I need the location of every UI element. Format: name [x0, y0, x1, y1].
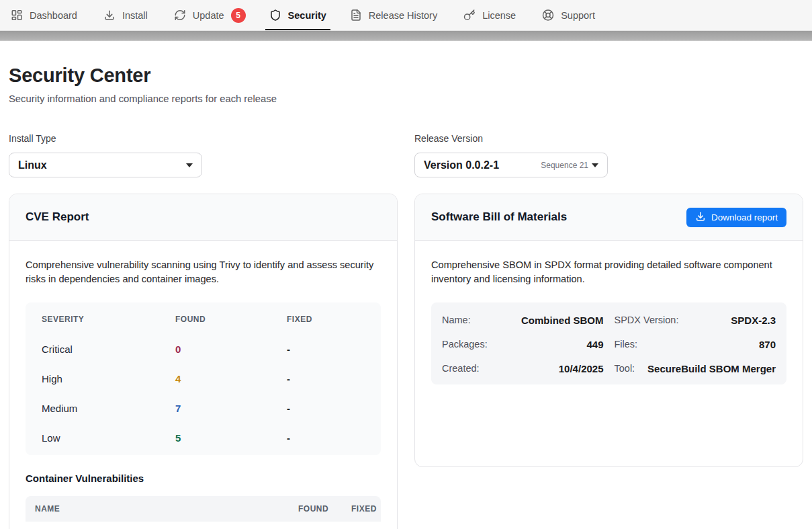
- sbom-field: Created: 10/4/2025: [442, 356, 604, 380]
- update-count-badge: 5: [231, 8, 246, 23]
- controls-row: Install Type Linux Release Version Versi…: [9, 133, 803, 177]
- release-version-select[interactable]: Version 0.0.2-1 Sequence 21: [414, 153, 608, 177]
- col-fixed: FIXED: [351, 504, 381, 514]
- sbom-field-label: SPDX Version:: [615, 315, 679, 325]
- nav-item-security[interactable]: Security: [265, 0, 330, 30]
- severity-cell: Critical: [42, 343, 175, 355]
- sbom-field-value: SecureBuild SBOM Merger: [647, 363, 776, 374]
- layout-dashboard-icon: [11, 8, 23, 22]
- sbom-field-value: 10/4/2025: [559, 363, 604, 374]
- install-type-value: Linux: [18, 159, 47, 171]
- fixed-cell: -: [287, 343, 365, 355]
- cards-grid: CVE Report Comprehensive vulnerability s…: [9, 194, 803, 529]
- severity-cell: High: [42, 373, 175, 384]
- nav-label: Release History: [369, 10, 437, 21]
- download-report-button[interactable]: Download report: [686, 208, 786, 227]
- sbom-field: Files: 870: [615, 332, 776, 356]
- container-vulns-header: NAME FOUND FIXED: [26, 496, 381, 522]
- nav-item-support[interactable]: Support: [535, 0, 602, 30]
- col-found: FOUND: [298, 504, 351, 514]
- sbom-field-label: Name:: [442, 315, 471, 325]
- severity-table-header: SEVERITY FOUND FIXED: [26, 304, 381, 334]
- life-buoy-icon: [542, 8, 554, 22]
- install-type-select[interactable]: Linux: [9, 153, 202, 177]
- fixed-cell: -: [287, 403, 365, 414]
- file-text-icon: [350, 8, 362, 22]
- main-content: Security Center Security information and…: [0, 65, 812, 529]
- page-title: Security Center: [9, 65, 803, 87]
- table-row: Low 5 -: [26, 423, 381, 452]
- nav-label: Support: [561, 10, 595, 21]
- cve-card-title: CVE Report: [26, 210, 89, 224]
- container-vulns-table: NAME FOUND FIXED: [26, 496, 381, 522]
- key-icon: [463, 8, 476, 22]
- cve-report-card: CVE Report Comprehensive vulnerability s…: [9, 194, 398, 529]
- sbom-field-value: 449: [586, 339, 603, 350]
- sbom-info-panel: Name: Combined SBOM SPDX Version: SPDX-2…: [431, 302, 786, 384]
- fixed-cell: -: [287, 432, 365, 444]
- fixed-cell: -: [287, 373, 365, 384]
- nav-item-license[interactable]: License: [457, 0, 523, 30]
- sbom-row: Packages: 449 Files: 870: [442, 332, 776, 356]
- cve-card-header: CVE Report: [9, 194, 397, 241]
- nav-label: Update: [193, 10, 224, 21]
- found-cell: 0: [175, 343, 287, 355]
- nav-item-update[interactable]: Update 5: [167, 0, 253, 30]
- sbom-field-value: SPDX-2.3: [731, 315, 776, 326]
- sbom-field-label: Packages:: [442, 339, 488, 350]
- nav-label: Security: [288, 10, 326, 21]
- download-icon: [695, 211, 706, 224]
- chevron-down-icon: [592, 163, 598, 167]
- sbom-card-header: Software Bill of Materials Download repo…: [415, 194, 803, 241]
- top-nav: Dashboard Install Update 5 Security Rele…: [0, 0, 812, 30]
- nav-label: License: [482, 10, 516, 21]
- divider-band: [0, 30, 812, 41]
- severity-cell: Medium: [42, 403, 175, 414]
- release-version-label: Release Version: [414, 133, 803, 144]
- table-row: Medium 7 -: [26, 393, 381, 423]
- nav-item-install[interactable]: Install: [97, 0, 154, 30]
- cve-card-body: Comprehensive vulnerability scanning usi…: [9, 241, 397, 529]
- download-report-label: Download report: [711, 212, 778, 222]
- col-found: FOUND: [175, 315, 287, 324]
- cve-description: Comprehensive vulnerability scanning usi…: [26, 258, 381, 286]
- nav-item-dashboard[interactable]: Dashboard: [4, 0, 84, 30]
- chevron-down-icon: [186, 163, 193, 167]
- nav-label: Install: [122, 10, 148, 21]
- col-fixed: FIXED: [287, 315, 365, 324]
- sbom-field: Tool: SecureBuild SBOM Merger: [615, 356, 776, 380]
- sbom-row: Created: 10/4/2025 Tool: SecureBuild SBO…: [442, 356, 776, 380]
- sbom-field: Packages: 449: [442, 332, 604, 356]
- shield-icon: [269, 8, 281, 22]
- found-cell: 5: [175, 432, 287, 444]
- sbom-description: Comprehensive SBOM in SPDX format provid…: [431, 258, 786, 286]
- severity-table: SEVERITY FOUND FIXED Critical 0 - High 4…: [26, 302, 381, 455]
- sbom-card-title: Software Bill of Materials: [431, 210, 567, 224]
- download-icon: [103, 8, 116, 22]
- table-row: Critical 0 -: [26, 334, 381, 364]
- sbom-field: Name: Combined SBOM: [442, 308, 604, 332]
- sbom-card-body: Comprehensive SBOM in SPDX format provid…: [415, 241, 803, 401]
- sbom-field-label: Files:: [615, 339, 638, 350]
- table-row: High 4 -: [26, 364, 381, 393]
- col-name: NAME: [35, 504, 298, 514]
- nav-label: Dashboard: [30, 10, 77, 21]
- page-subtitle: Security information and compliance repo…: [9, 93, 803, 104]
- found-cell: 4: [175, 373, 287, 384]
- container-vulns-title: Container Vulnerabilities: [26, 473, 381, 485]
- sbom-row: Name: Combined SBOM SPDX Version: SPDX-2…: [442, 308, 776, 332]
- sbom-field-value: 870: [759, 339, 776, 350]
- refresh-icon: [174, 8, 186, 22]
- sbom-field: SPDX Version: SPDX-2.3: [615, 308, 776, 332]
- release-version-value: Version 0.0.2-1: [424, 159, 499, 171]
- sbom-field-label: Created:: [442, 363, 480, 374]
- severity-cell: Low: [42, 432, 175, 444]
- release-version-control: Release Version Version 0.0.2-1 Sequence…: [414, 133, 803, 177]
- sbom-field-label: Tool:: [615, 363, 635, 374]
- nav-item-release-history[interactable]: Release History: [343, 0, 444, 30]
- install-type-control: Install Type Linux: [9, 133, 398, 177]
- col-severity: SEVERITY: [42, 315, 175, 324]
- sbom-field-value: Combined SBOM: [521, 315, 604, 326]
- sequence-badge: Sequence 21: [541, 161, 588, 170]
- found-cell: 7: [175, 403, 287, 414]
